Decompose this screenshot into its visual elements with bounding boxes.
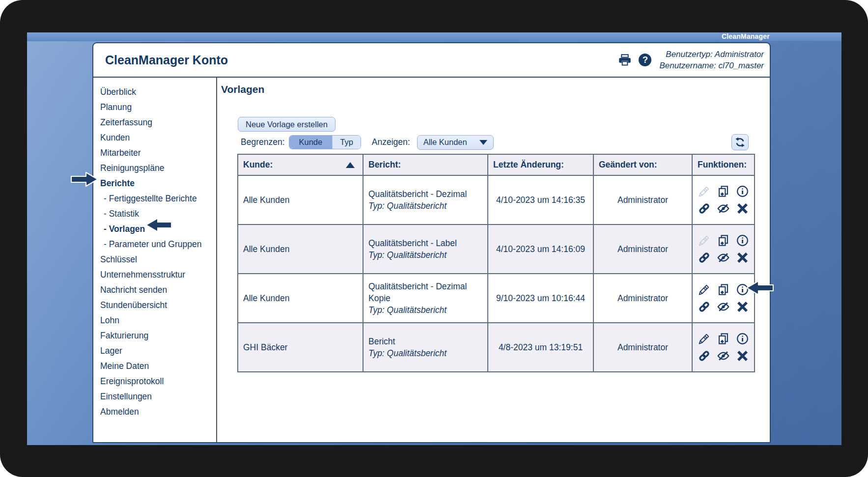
column-header-geaendert-von[interactable]: Geändert von: [593,154,692,175]
section-heading: Vorlagen [221,84,770,95]
sidebar-nav: Überblick Planung Zeiterfassung Kunden M… [93,78,217,442]
sidebar-item-schluessel[interactable]: Schlüssel [100,252,216,267]
sort-ascending-icon [346,162,355,168]
hide-icon[interactable] [717,300,730,313]
desktop-background: CleanManager CleanManager Konto Benutzer… [27,32,841,445]
limit-segmented-control: Kunde Typ [289,135,361,149]
info-icon[interactable] [736,234,749,247]
sidebar-item-stundenuebersicht[interactable]: Stundenübersicht [100,298,216,313]
edit-icon[interactable] [698,283,711,296]
refresh-button[interactable] [731,134,749,150]
duplicate-icon[interactable] [717,283,730,296]
cell-modified: 4/8-2023 um 13:19:51 [488,323,593,372]
chevron-down-icon [479,140,487,145]
column-header-kunde[interactable]: Kunde: [238,154,363,175]
help-icon[interactable] [639,54,651,66]
edit-icon[interactable] [698,332,711,345]
user-name: Benutzername: cl70_master [659,60,764,71]
cell-kunde: Alle Kunden [238,274,363,323]
show-label: Anzeigen: [372,137,410,147]
cell-modified: 4/10-2023 um 14:16:35 [488,175,593,224]
duplicate-icon[interactable] [717,234,730,247]
sidebar-item-kunden[interactable]: Kunden [100,130,216,145]
cell-modified-by: Administrator [593,323,692,372]
print-icon[interactable] [618,53,632,67]
column-header-bericht[interactable]: Bericht: [363,154,488,175]
link-icon[interactable] [698,349,711,363]
edit-icon [698,234,711,247]
cell-functions [692,175,755,224]
sidebar-item-berichte[interactable]: Berichte [100,176,216,191]
sidebar-item-reinigungsplaene[interactable]: Reinigungspläne [100,161,216,176]
sidebar-item-mitarbeiter[interactable]: Mitarbeiter [100,145,216,161]
link-icon[interactable] [698,300,711,313]
screenshot-stage: CleanManager CleanManager Konto Benutzer… [0,0,868,477]
table-row: GHI Bäcker Bericht Typ: Qualitätsbericht… [238,323,755,372]
sidebar-item-abmelden[interactable]: Abmelden [100,404,216,420]
annotation-arrow-berichte [71,171,99,187]
column-header-letzte-aenderung[interactable]: Letzte Änderung: [488,154,593,175]
duplicate-icon[interactable] [717,332,730,345]
limit-option-typ[interactable]: Typ [332,136,361,149]
edit-icon [698,185,711,198]
cell-kunde: Alle Kunden [238,175,363,224]
delete-icon[interactable] [736,251,749,264]
delete-icon[interactable] [736,349,749,363]
dropdown-selected-value: Alle Kunden [423,138,467,147]
app-window: CleanManager Konto Benutzertyp: Administ… [92,42,771,443]
customer-filter-dropdown[interactable]: Alle Kunden [417,135,494,150]
cell-functions [692,274,755,323]
sidebar-item-ueberblick[interactable]: Überblick [100,84,216,100]
link-icon[interactable] [698,202,711,215]
hide-icon[interactable] [717,251,730,264]
cell-functions [692,224,755,274]
templates-table: Kunde: Bericht: Letzte Änderung: Geänder… [237,154,755,372]
delete-icon[interactable] [736,300,749,313]
sidebar-item-zeiterfassung[interactable]: Zeiterfassung [100,115,216,130]
browser-title-strip: CleanManager [27,32,841,41]
sidebar-item-ereignisprotokoll[interactable]: Ereignisprotokoll [100,374,216,389]
cell-modified-by: Administrator [593,224,692,274]
sidebar-item-fakturierung[interactable]: Fakturierung [100,328,216,343]
sidebar-item-nachricht-senden[interactable]: Nachricht senden [100,282,216,298]
cell-bericht: Qualitätsbericht - Dezimal Typ: Qualität… [363,175,488,224]
sidebar-item-fertiggestellte-berichte[interactable]: - Fertiggestellte Berichte [100,191,216,206]
brand-text: CleanManager [722,32,770,40]
cell-modified-by: Administrator [593,175,692,224]
hide-icon[interactable] [717,202,730,215]
cell-kunde: GHI Bäcker [238,323,363,372]
table-row: Alle Kunden Qualitätsbericht - Label Typ… [238,224,755,274]
sidebar-item-planung[interactable]: Planung [100,100,216,115]
user-type: Benutzertyp: Administrator [659,49,764,60]
create-template-button[interactable]: Neue Vorlage erstellen [238,117,336,132]
main-content: Vorlagen Neue Vorlage erstellen Begrenze… [217,78,770,442]
user-info: Benutzertyp: Administrator Benutzername:… [659,49,764,71]
sidebar-item-meine-daten[interactable]: Meine Daten [100,359,216,374]
duplicate-icon[interactable] [717,185,730,198]
delete-icon[interactable] [736,202,749,215]
sidebar-item-lager[interactable]: Lager [100,343,216,359]
sidebar-item-einstellungen[interactable]: Einstellungen [100,389,216,404]
cell-kunde: Alle Kunden [238,224,363,274]
table-header-row: Kunde: Bericht: Letzte Änderung: Geänder… [238,154,755,175]
annotation-arrow-info [746,280,774,296]
cell-modified-by: Administrator [593,274,692,323]
column-header-funktionen[interactable]: Funktionen: [692,154,755,175]
sidebar-item-lohn[interactable]: Lohn [100,313,216,328]
info-icon[interactable] [736,185,749,198]
sidebar-item-parameter-und-gruppen[interactable]: - Parameter und Gruppen [100,237,216,252]
sidebar-item-unternehmensstruktur[interactable]: Unternehmensstruktur [100,267,216,282]
hide-icon[interactable] [717,349,730,363]
link-icon[interactable] [698,251,711,264]
limit-label: Begrenzen: [241,137,285,147]
info-icon[interactable] [736,332,749,345]
table-row: Alle Kunden Qualitätsbericht - Dezimal K… [238,274,755,323]
window-header: CleanManager Konto Benutzertyp: Administ… [93,43,770,78]
cell-modified: 9/10-2023 um 10:16:44 [488,274,593,323]
limit-option-kunde[interactable]: Kunde [289,136,333,149]
cell-modified: 4/10-2023 um 14:16:09 [488,224,593,274]
cell-bericht: Qualitätsbericht - Label Typ: Qualitätsb… [363,224,488,274]
refresh-icon [734,137,746,148]
filter-toolbar: Begrenzen: Kunde Typ Anzeigen: Alle Kund… [241,135,770,150]
cell-bericht: Bericht Typ: Qualitätsbericht [363,323,488,372]
